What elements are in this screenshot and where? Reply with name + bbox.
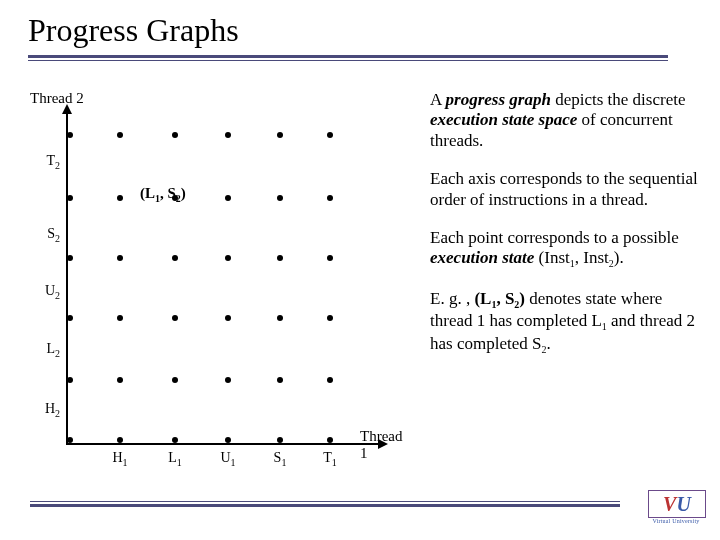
footer-rule [30,501,620,505]
para-3: Each point corresponds to a possible exe… [430,228,700,271]
vu-logo: VU Virtual University [648,490,704,526]
y-axis-label: Thread 2 [30,90,84,107]
x-tick-U1: U1 [208,450,248,468]
annotation-L1S2: (L1, S2) [140,185,186,204]
y-tick-H2: H2 [30,401,60,419]
slide-title: Progress Graphs [28,12,720,49]
slide: Progress Graphs Thread 2 T2 S2 U2 L2 H2 … [0,0,720,540]
para-2: Each axis corresponds to the sequential … [430,169,700,210]
y-tick-U2: U2 [30,283,60,301]
x-tick-S1: S1 [260,450,300,468]
progress-graph: Thread 2 T2 S2 U2 L2 H2 H1 L1 U1 S1 T1 T… [30,90,390,470]
para-1: A progress graph depicts the discrete ex… [430,90,700,151]
x-tick-H1: H1 [100,450,140,468]
content-area: Thread 2 T2 S2 U2 L2 H2 H1 L1 U1 S1 T1 T… [0,70,720,540]
y-tick-T2: T2 [30,153,60,171]
title-area: Progress Graphs [0,0,720,61]
x-axis-label: Thread 1 [360,428,402,462]
y-axis [66,112,68,445]
y-tick-L2: L2 [30,341,60,359]
description-text: A progress graph depicts the discrete ex… [430,90,700,374]
x-tick-L1: L1 [155,450,195,468]
x-axis [66,443,380,445]
para-4: E. g. , (L1, S2) denotes state where thr… [430,289,700,356]
x-tick-T1: T1 [310,450,350,468]
y-tick-S2: S2 [30,226,60,244]
title-underline [28,55,668,61]
